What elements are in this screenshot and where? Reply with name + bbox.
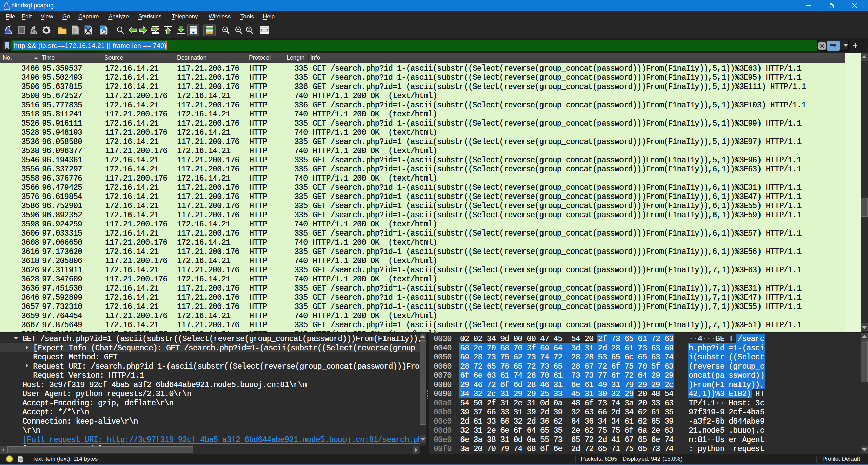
svg-text:0111: 0111	[73, 32, 78, 34]
